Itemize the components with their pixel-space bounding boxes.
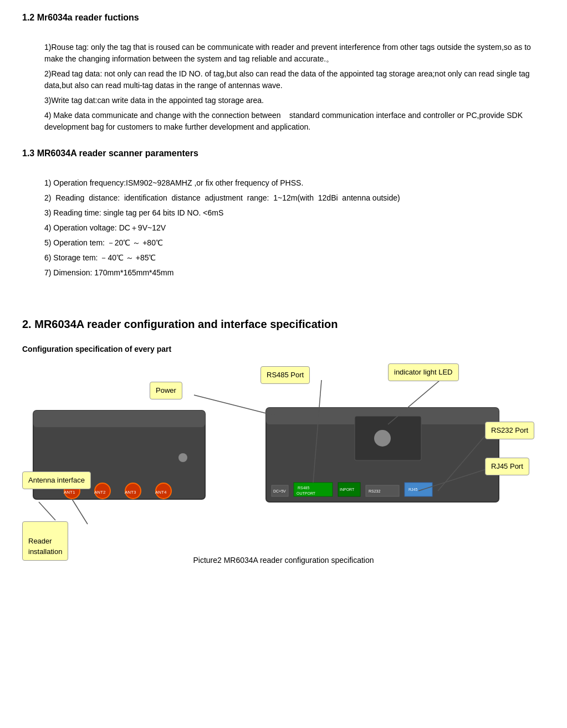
svg-rect-1	[33, 411, 205, 427]
svg-line-32	[39, 502, 55, 520]
svg-text:ANT2: ANT2	[94, 490, 106, 495]
svg-text:RS485: RS485	[298, 486, 310, 490]
callout-rs232: RS232 Port	[485, 422, 534, 439]
callout-reader-installation: Reader installation	[22, 521, 68, 561]
svg-line-28	[313, 380, 321, 483]
section-12-item-2: 2)Read tag data: not only can read the I…	[44, 68, 545, 91]
svg-point-25	[374, 430, 391, 447]
section-2-title: 2. MR6034A reader configuration and inte…	[22, 316, 545, 332]
svg-rect-22	[405, 483, 432, 496]
svg-line-30	[438, 433, 488, 491]
callout-indicator-led: indicator light LED	[388, 363, 459, 381]
svg-point-10	[178, 453, 187, 462]
svg-line-29	[388, 377, 443, 424]
section-13-item-3: 3) Reading time: single tag per 64 bits …	[44, 207, 545, 219]
svg-rect-24	[355, 416, 421, 460]
svg-rect-12	[266, 408, 499, 424]
callout-antenna: Antenna interface	[22, 471, 91, 489]
svg-text:DC+5V: DC+5V	[273, 489, 286, 493]
diagram-section: Configuration specification of every par…	[22, 344, 545, 566]
diagram-container: ANT1 ANT2 ANT3 ANT4 DC+5V RS485 OUTPORT …	[22, 361, 554, 549]
section-12-item-3: 3)Write tag dat:can write data in the ap…	[44, 95, 545, 106]
section-2: 2. MR6034A reader configuration and inte…	[22, 316, 545, 566]
svg-rect-20	[366, 485, 399, 496]
section-12-title: 1.2 Mr6034a reader fuctions	[22, 11, 545, 24]
svg-point-4	[125, 483, 141, 499]
section-12-item-1: 1)Rouse tag: only the tag that is roused…	[44, 42, 545, 65]
section-13-title: 1.3 MR6034A reader scanner paramenters	[22, 147, 545, 160]
svg-text:ANT1: ANT1	[64, 490, 75, 495]
section-13-item-6: 6) Storage tem: －40℃ ～ +85℃	[44, 252, 545, 264]
section-13: 1.3 MR6034A reader scanner paramenters 1…	[22, 147, 545, 279]
svg-text:RJ45: RJ45	[408, 488, 417, 491]
svg-rect-15	[294, 483, 333, 496]
svg-rect-18	[338, 483, 360, 496]
svg-line-31	[418, 469, 488, 491]
callout-rj45: RJ45 Port	[485, 458, 529, 475]
svg-point-5	[156, 483, 171, 499]
svg-text:RS232: RS232	[369, 489, 381, 493]
section-13-item-1: 1) Operation frequency:ISM902~928AMHZ ,o…	[44, 177, 545, 189]
section-12: 1.2 Mr6034a reader fuctions 1)Rouse tag:…	[22, 11, 545, 133]
config-label: Configuration specification of every par…	[22, 344, 545, 355]
svg-rect-13	[272, 485, 288, 496]
callout-power: Power	[150, 382, 182, 399]
picture-caption: Picture2 MR6034A reader configuration sp…	[22, 555, 545, 566]
svg-text:ANT4: ANT4	[155, 490, 167, 495]
diagram-svg: ANT1 ANT2 ANT3 ANT4 DC+5V RS485 OUTPORT …	[22, 361, 554, 549]
svg-point-3	[95, 483, 110, 499]
section-13-item-5: 5) Operation tem: －20℃ ～ +80℃	[44, 237, 545, 249]
section-12-item-4: 4) Make data communicate and change with…	[44, 110, 545, 133]
svg-text:OUTPORT: OUTPORT	[297, 491, 316, 495]
svg-text:ANT3: ANT3	[125, 490, 136, 495]
section-13-item-4: 4) Operation voltage: DC＋9V~12V	[44, 222, 545, 234]
svg-line-26	[72, 499, 88, 524]
svg-rect-11	[266, 408, 499, 502]
svg-line-27	[194, 395, 277, 416]
callout-rs485: RS485 Port	[260, 366, 310, 384]
svg-text:INPORT: INPORT	[340, 488, 355, 491]
section-13-item-2: 2) Reading distance: identification dist…	[44, 192, 545, 204]
section-13-item-7: 7) Dimension: 170mm*165mm*45mm	[44, 267, 545, 279]
